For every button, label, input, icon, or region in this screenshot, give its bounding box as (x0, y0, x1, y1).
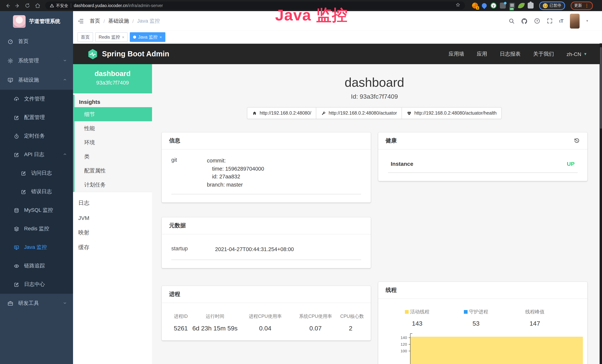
edit-icon (14, 115, 19, 120)
gauge-icon (7, 39, 13, 44)
sba-menu-caches[interactable]: 缓存 (73, 240, 152, 255)
user-avatar[interactable] (570, 13, 579, 28)
sba-app-header[interactable]: dashboard 93a3fc7f7409 (73, 64, 152, 94)
grid-extension-icon[interactable] (500, 3, 506, 9)
sba-menu-classes[interactable]: 类 (75, 150, 152, 163)
instance-links: http://192.168.0.2:48080/ http://192.168… (162, 107, 587, 119)
sba-content: dashboard Id: 93a3fc7f7409 http://192.16… (152, 64, 602, 364)
sba-menu-scheduled-tasks[interactable]: 计划任务 (75, 178, 152, 192)
sba-menu-environment[interactable]: 环境 (75, 135, 152, 150)
bookmark-star-icon[interactable] (455, 2, 461, 9)
sidebar-item-infra[interactable]: 基础设施 (0, 70, 73, 90)
history-icon[interactable] (573, 138, 580, 144)
sba-menu-logs[interactable]: 日志 (73, 195, 152, 210)
tab-java-monitor[interactable]: Java 监控 × (130, 32, 165, 42)
tab-redis-monitor[interactable]: Redis 监控 × (95, 32, 128, 42)
sidebar-item-trace[interactable]: 链路追踪 (0, 257, 73, 275)
hamburger-icon[interactable] (77, 18, 84, 24)
wrench-icon (321, 111, 326, 116)
puzzle-extensions-icon[interactable] (528, 3, 534, 9)
user-caret-icon[interactable]: ▼ (586, 19, 589, 23)
close-icon[interactable]: × (122, 35, 124, 39)
timer-icon (14, 133, 19, 139)
startup-row: startup 2021-04-27T00:44:31.254+08:00 (171, 242, 361, 260)
pin-extension-icon[interactable] (481, 2, 488, 9)
back-icon[interactable] (4, 2, 11, 9)
forward-icon[interactable] (14, 2, 21, 9)
sba-nav-applications[interactable]: 应用 (477, 51, 487, 57)
leaf-extension-icon[interactable] (518, 2, 525, 9)
sidebar-item-access-log[interactable]: 访问日志 (0, 164, 73, 182)
insights-group: Insights 细节 性能 环境 类 配置属性 计划任务 (73, 95, 152, 192)
paused-profile-chip[interactable]: 已暂停 (539, 1, 565, 10)
legend-yellow-icon (405, 310, 409, 314)
spring-boot-admin: Spring Boot Admin 应用墙 应用 日志报表 关于我们 zh-CN… (73, 44, 602, 364)
language-select[interactable]: zh-CN ▼ (567, 51, 587, 57)
doc-edit-icon (21, 189, 26, 194)
cards-grid: 信息 git commit: time: 1596289704000 id: 2… (162, 132, 587, 364)
fullscreen-icon[interactable] (547, 18, 553, 24)
sidebar-item-log-center[interactable]: 日志中心 (0, 275, 73, 294)
sba-menu-config-props[interactable]: 配置属性 (75, 163, 152, 178)
chevron-up-icon (63, 77, 67, 83)
sba-menu-details[interactable]: 细节 (73, 107, 152, 121)
sidebar-item-mysql[interactable]: MySQL 监控 (0, 201, 73, 220)
text-size-icon[interactable]: tT (559, 18, 564, 24)
home-icon[interactable] (34, 2, 41, 9)
update-browser-button[interactable]: 更新 ⋮ (570, 1, 593, 10)
active-dot (133, 36, 136, 39)
close-icon[interactable]: × (160, 35, 162, 39)
help-icon[interactable]: ? (534, 18, 540, 24)
metadata-card: 元数据 startup 2021-04-27T00:44:31.254+08:0… (162, 217, 371, 268)
sidebar-item-home[interactable]: 首页 (0, 32, 73, 51)
breadcrumb-home[interactable]: 首页 (90, 18, 100, 24)
instance-header: dashboard Id: 93a3fc7f7409 http://192.16… (162, 64, 587, 119)
sba-nav-wallboard[interactable]: 应用墙 (449, 51, 464, 57)
chevron-down-icon (63, 58, 67, 64)
sba-nav-journal[interactable]: 日志报表 (500, 51, 521, 57)
scrollbar-thumb[interactable] (600, 47, 602, 129)
reload-icon[interactable] (24, 2, 31, 9)
extension-icon[interactable]: 1 (472, 3, 478, 9)
breadcrumb-infra[interactable]: 基础设施 (108, 18, 129, 24)
sba-nav-about[interactable]: 关于我们 (533, 51, 554, 57)
daemon-threads-stat: 守护进程 53 (447, 309, 505, 327)
sba-menu-mappings[interactable]: 映射 (73, 225, 152, 240)
cards-right-column: 健康 Instance UP (378, 132, 587, 364)
update-label: 更新 (574, 3, 582, 8)
security-warning[interactable]: 不安全 (50, 3, 68, 8)
live-threads-area (410, 337, 583, 364)
process-values: 5261 6d 23h 15m 59s 0.04 0.07 2 (171, 325, 361, 332)
sidebar-item-file[interactable]: 文件管理 (0, 90, 73, 108)
github-icon[interactable] (521, 18, 528, 24)
sidebar-item-system[interactable]: 系统管理 (0, 51, 73, 70)
actuator-url-button[interactable]: http://192.168.0.2:48080/actuator (316, 107, 402, 119)
sidebar-item-redis[interactable]: Redis 监控 (0, 220, 73, 238)
y-tick-label: 100 (388, 349, 407, 353)
svg-text:?: ? (536, 19, 538, 23)
process-headers: 进程ID 运行时间 进程CPU使用率 系统CPU使用率 CPU核心数 (171, 313, 361, 320)
sba-menu-jvm[interactable]: JVM (73, 210, 152, 225)
sba-menu-metrics[interactable]: 性能 (75, 121, 152, 135)
logo[interactable]: 芋道管理系统 (0, 11, 73, 32)
sidebar-item-config[interactable]: 配置管理 (0, 108, 73, 127)
sidebar-item-java-monitor[interactable]: Java 监控 (0, 238, 73, 257)
y-extension-icon[interactable]: y (491, 3, 496, 9)
page-scrollbar[interactable] (599, 43, 602, 364)
health-url-button[interactable]: http://192.168.0.2:48080/actuator/health (402, 107, 502, 119)
sidebar-item-api-log[interactable]: API 日志 (0, 145, 73, 164)
search-icon[interactable] (509, 18, 515, 24)
service-url-button[interactable]: http://192.168.0.2:48080/ (247, 107, 316, 119)
sidebar-item-job[interactable]: 定时任务 (0, 127, 73, 145)
sidebar-item-error-log[interactable]: 错误日志 (0, 182, 73, 201)
tab-home[interactable]: 首页 (77, 32, 93, 42)
instance-health-row[interactable]: Instance UP (388, 155, 578, 173)
list-extension-icon[interactable]: on (509, 3, 515, 9)
sidebar-item-dev-tools[interactable]: 研发工具 (0, 294, 73, 313)
process-card: 进程 进程ID 运行时间 进程CPU使用率 系统CPU使用率 CPU核心数 (162, 286, 371, 340)
threads-card-title: 线程 (378, 282, 587, 299)
sba-brand[interactable]: Spring Boot Admin (88, 48, 169, 60)
address-bar[interactable]: 不安全 dashboard.yudao.iocoder.cn/infra/adm… (45, 1, 465, 10)
browser-menu-icon[interactable]: ⋮ (585, 4, 589, 7)
sba-body: dashboard 93a3fc7f7409 Insights 细节 性能 环境… (73, 64, 602, 364)
